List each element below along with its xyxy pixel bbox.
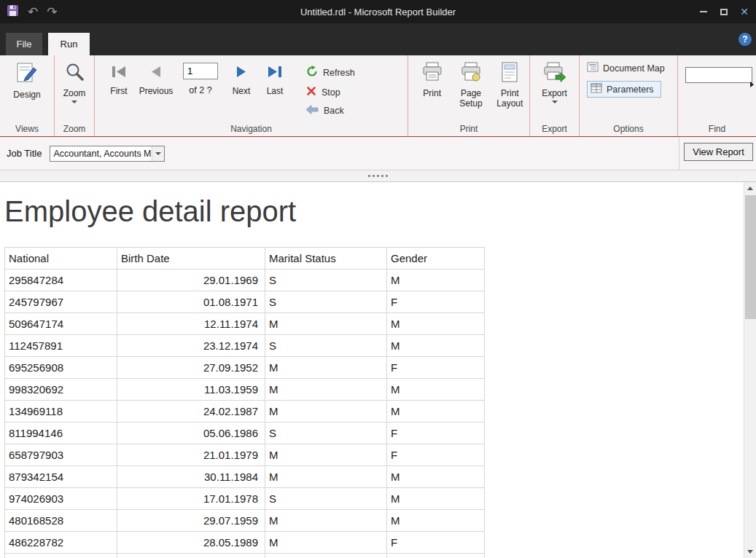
print-button[interactable]: Print <box>416 55 448 109</box>
view-report-panel: View Report <box>679 137 756 170</box>
tab-file[interactable]: File <box>6 33 42 55</box>
refresh-label: Refresh <box>323 68 355 78</box>
design-icon <box>15 62 39 87</box>
group-label-navigation: Navigation <box>95 124 408 134</box>
refresh-button[interactable]: Refresh <box>306 66 355 79</box>
group-label-find: Find <box>678 124 756 134</box>
table-cell: S <box>265 423 387 444</box>
table-row: 13496911824.02.1987MM <box>5 401 485 423</box>
scrollbar-down-button[interactable] <box>744 546 756 558</box>
document-map-label: Document Map <box>603 63 665 74</box>
previous-page-icon <box>150 61 162 82</box>
table-cell: M <box>387 313 485 335</box>
previous-page-button[interactable]: Previous <box>136 61 176 117</box>
table-cell: M <box>387 466 485 488</box>
table-cell: 112457891 <box>5 335 117 357</box>
table-row: 65879790321.01.1979MF <box>5 444 485 466</box>
table-cell: F <box>387 532 485 554</box>
back-label: Back <box>324 106 344 116</box>
page-setup-button-label: Page Setup <box>454 88 487 109</box>
export-dropdown-icon <box>552 101 558 103</box>
print-layout-icon <box>501 62 518 85</box>
table-cell: 29.01.1969 <box>117 270 265 291</box>
table-row: 69525690827.09.1952MF <box>5 357 485 379</box>
vertical-scrollbar[interactable] <box>744 182 756 558</box>
table-cell: 974026903 <box>5 488 117 510</box>
scrollbar-thumb[interactable] <box>745 195 756 319</box>
table-cell <box>117 554 265 558</box>
chevron-down-icon <box>155 152 161 155</box>
report-page: Employee detail report National Birth Da… <box>0 182 744 558</box>
page-number-widget: of 2 ? <box>178 61 223 117</box>
table-cell: 30.11.1984 <box>117 466 265 488</box>
table-cell: 695256908 <box>5 357 117 379</box>
last-page-button[interactable]: Last <box>258 61 292 117</box>
table-cell: 245797967 <box>5 291 117 313</box>
report-viewport: Employee detail report National Birth Da… <box>0 182 756 558</box>
triangle-up-icon <box>747 186 753 190</box>
export-button[interactable]: Export <box>530 55 579 103</box>
maximize-icon <box>720 9 728 15</box>
table-cell: M <box>387 379 485 401</box>
table-cell: F <box>387 357 485 379</box>
help-icon[interactable]: ? <box>739 33 752 46</box>
table-cell: M <box>265 357 387 379</box>
design-button[interactable]: Design <box>0 55 54 100</box>
table-cell: M <box>387 510 485 532</box>
page-number-input[interactable] <box>183 63 218 79</box>
tab-run[interactable]: Run <box>48 33 90 55</box>
stop-button[interactable]: Stop <box>306 86 355 98</box>
first-page-button[interactable]: First <box>102 61 136 117</box>
refresh-icon <box>306 66 318 79</box>
redo-icon[interactable]: ↷ <box>47 6 57 18</box>
find-input[interactable] <box>685 67 752 83</box>
table-cell: 134969118 <box>5 401 117 423</box>
first-page-label: First <box>110 86 127 96</box>
stop-icon <box>306 86 316 98</box>
table-cell: M <box>387 401 485 423</box>
close-button[interactable]: ✕ <box>734 0 755 23</box>
table-row: 97402690317.01.1978SM <box>5 488 485 510</box>
minimize-button[interactable] <box>693 0 714 23</box>
table-cell <box>5 554 117 558</box>
document-map-icon <box>587 62 599 74</box>
last-page-icon <box>267 61 283 82</box>
table-row: 99832069211.03.1959MM <box>5 379 485 401</box>
table-cell: M <box>387 488 485 510</box>
back-arrow-icon <box>306 105 319 117</box>
triangle-down-icon <box>747 550 753 554</box>
parameters-splitter <box>0 170 756 182</box>
find-overflow-arrow-icon[interactable] <box>750 82 754 87</box>
report-table: National Birth Date Marital Status Gende… <box>4 247 485 558</box>
save-icon[interactable] <box>7 4 19 20</box>
combobox-arrow-button[interactable] <box>152 146 164 161</box>
back-button[interactable]: Back <box>306 105 355 117</box>
ribbon-group-export: Export Export <box>530 55 580 136</box>
document-map-button[interactable]: Document Map <box>587 62 665 74</box>
table-cell: 17.01.1978 <box>117 488 265 510</box>
view-report-button[interactable]: View Report <box>684 143 753 161</box>
scrollbar-up-button[interactable] <box>744 182 756 194</box>
table-cell <box>265 554 387 558</box>
job-title-combobox[interactable]: Accountant, Accounts M <box>50 146 165 162</box>
splitter-grip-handle[interactable] <box>368 175 388 177</box>
zoom-button[interactable]: Zoom <box>55 55 94 103</box>
table-row: 48622878228.05.1989MF <box>5 532 485 554</box>
print-layout-button[interactable]: Print Layout <box>494 55 526 109</box>
ribbon-group-zoom: Zoom Zoom <box>55 55 95 136</box>
table-cell: S <box>265 291 387 313</box>
maximize-button[interactable] <box>714 0 734 23</box>
table-row: 87934215430.11.1984MM <box>5 466 485 488</box>
group-label-export: Export <box>530 124 579 134</box>
print-button-label: Print <box>423 88 441 98</box>
print-controls: Print Page Setup <box>408 55 529 109</box>
undo-icon[interactable]: ↶ <box>28 6 38 18</box>
table-cell: S <box>265 335 387 357</box>
parameters-button[interactable]: Parameters <box>587 81 661 98</box>
navigation-stack: Refresh Stop <box>306 61 355 117</box>
next-page-button[interactable]: Next <box>225 61 258 117</box>
print-icon <box>421 62 443 85</box>
zoom-dropdown-icon <box>71 101 77 103</box>
quick-access-toolbar: ↶ ↷ <box>0 4 58 20</box>
page-setup-button[interactable]: Page Setup <box>454 55 487 109</box>
